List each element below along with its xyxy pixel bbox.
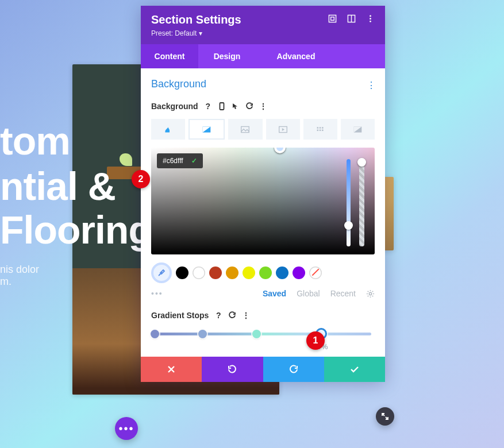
gradient-stop-0[interactable] [151, 330, 159, 338]
hero-line2: ntial & [0, 166, 152, 207]
gradient-stops-header: Gradient Stops ? ⋮ [151, 311, 375, 320]
tab-advanced[interactable]: Advanced [261, 44, 330, 68]
gradient-stop-1[interactable] [198, 330, 207, 338]
swatch-6[interactable] [276, 267, 288, 279]
svg-rect-11 [317, 127, 318, 129]
preset-dropdown[interactable]: Preset: Default ▾ [151, 29, 375, 37]
builder-menu-fab[interactable]: ••• [115, 417, 138, 440]
hex-input[interactable]: #c6dfff ✓ [157, 153, 203, 168]
palette-more-icon[interactable]: ••• [151, 289, 163, 298]
color-picker[interactable]: #c6dfff ✓ [151, 148, 375, 254]
svg-point-6 [370, 21, 371, 22]
hex-confirm-icon[interactable]: ✓ [191, 157, 197, 165]
svg-rect-1 [331, 17, 334, 21]
field-menu-icon[interactable]: ⋮ [259, 102, 267, 110]
swatch-7[interactable] [293, 267, 305, 279]
swatch-3[interactable] [226, 267, 238, 279]
hero-line3: Flooring [0, 210, 152, 250]
tab-content[interactable]: Content [141, 44, 198, 68]
panel-split-icon[interactable] [347, 14, 356, 23]
section-settings-modal: Section Settings Preset: Default ▾ Conte… [141, 6, 385, 382]
swatch-2[interactable] [209, 267, 222, 279]
svg-rect-12 [320, 127, 321, 129]
modal-header[interactable]: Section Settings Preset: Default ▾ [141, 6, 385, 44]
alpha-handle[interactable] [357, 158, 366, 167]
hex-value: #c6dfff [163, 157, 183, 165]
cancel-button[interactable] [141, 357, 202, 382]
annotation-1: 1 [306, 331, 325, 350]
modal-body: ⋮ Background Background ? ⋮ #c6d [141, 68, 385, 346]
gradient-rail [155, 333, 371, 335]
svg-rect-9 [241, 126, 249, 132]
bg-tab-pattern[interactable] [303, 119, 337, 140]
hero-sub1: nis dolor [0, 264, 152, 275]
palette-settings-icon[interactable] [366, 289, 375, 298]
svg-rect-16 [322, 129, 324, 131]
modal-footer [141, 357, 385, 382]
bg-tab-mask[interactable] [341, 119, 375, 140]
help-icon[interactable]: ? [204, 102, 212, 110]
eyedropper-button[interactable] [151, 262, 172, 283]
svg-point-18 [369, 292, 371, 295]
svg-rect-0 [329, 15, 336, 22]
gs-help-icon[interactable]: ? [214, 311, 222, 319]
background-label: Background [151, 102, 198, 111]
swatch-4[interactable] [243, 267, 255, 279]
tab-design[interactable]: Design [198, 44, 256, 68]
background-type-tabs [151, 119, 375, 140]
save-button[interactable] [324, 357, 385, 382]
redo-button[interactable] [263, 357, 324, 382]
svg-rect-15 [320, 129, 321, 131]
swatch-5[interactable] [259, 267, 272, 279]
svg-rect-13 [322, 127, 324, 129]
swatch-1[interactable] [193, 267, 205, 279]
gradient-stop-2[interactable] [252, 330, 261, 338]
svg-point-4 [370, 15, 371, 17]
gs-reset-icon[interactable] [228, 311, 236, 319]
picker-cursor[interactable] [274, 148, 286, 153]
palette-global[interactable]: Global [297, 289, 320, 298]
palette-saved[interactable]: Saved [263, 289, 286, 298]
section-menu-icon[interactable]: ⋮ [367, 80, 375, 91]
gs-menu-icon[interactable]: ⋮ [242, 311, 250, 319]
swatch-transparent[interactable] [309, 267, 322, 279]
bg-tab-color[interactable] [151, 119, 185, 140]
hover-icon[interactable] [232, 102, 240, 110]
page-canvas: tom ntial & Flooring nis dolor m. Sectio… [0, 0, 504, 448]
section-title[interactable]: Background [151, 78, 375, 90]
swatch-colors [176, 267, 305, 279]
bg-tab-gradient[interactable] [188, 119, 225, 140]
gradient-stops-label: Gradient Stops [151, 311, 209, 320]
palette-recent[interactable]: Recent [330, 289, 356, 298]
undo-button[interactable] [202, 357, 263, 382]
bg-tab-video[interactable] [266, 119, 300, 140]
gradient-track[interactable]: 77% [151, 329, 375, 339]
hero-text: tom ntial & Flooring nis dolor m. [0, 121, 152, 287]
swatch-row [151, 262, 375, 283]
palette-row: ••• Saved Global Recent [151, 289, 375, 298]
alpha-slider[interactable] [359, 159, 364, 246]
annotation-2: 2 [132, 170, 150, 188]
background-field-header: Background ? ⋮ [151, 102, 375, 111]
svg-point-5 [370, 18, 371, 20]
hue-slider[interactable] [347, 159, 351, 246]
svg-rect-14 [317, 129, 318, 131]
hero-line1: tom [0, 121, 152, 161]
modal-menu-icon[interactable] [366, 14, 375, 23]
modal-tabs: Content Design Advanced [141, 44, 385, 68]
reset-icon[interactable] [245, 102, 253, 110]
responsive-icon[interactable] [328, 14, 337, 23]
bg-tab-image[interactable] [228, 119, 262, 140]
expand-fab[interactable] [376, 407, 394, 426]
hue-handle[interactable] [344, 221, 353, 230]
swatch-0[interactable] [176, 267, 188, 279]
svg-rect-7 [220, 103, 224, 110]
device-icon[interactable] [218, 102, 226, 110]
hero-sub2: m. [0, 276, 152, 287]
